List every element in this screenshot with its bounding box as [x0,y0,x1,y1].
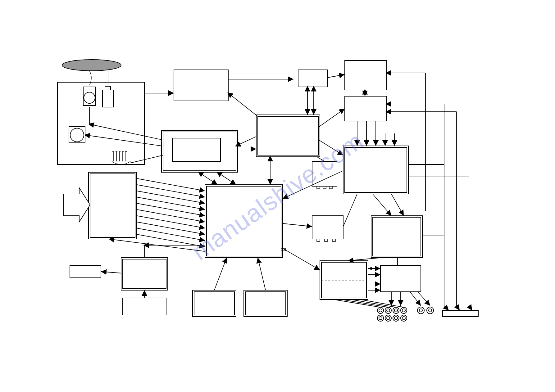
svg-line-68 [217,172,236,185]
svg-line-94 [101,272,121,273]
svg-point-36 [402,309,405,312]
svg-point-40 [387,317,390,320]
svg-rect-18 [207,186,281,256]
svg-point-43 [401,315,407,321]
svg-rect-23 [373,217,421,256]
svg-line-112 [444,306,449,310]
svg-rect-20 [317,239,320,241]
svg-rect-3 [105,86,111,90]
svg-rect-14 [317,186,320,189]
svg-point-31 [385,307,391,313]
block-i [320,261,368,300]
svg-point-29 [377,307,384,313]
svg-line-60 [318,140,343,155]
svg-rect-27 [321,262,366,298]
svg-rect-4 [69,127,85,143]
frame-top-left [57,82,144,164]
svg-rect-24 [123,259,166,289]
svg-line-88 [137,234,205,247]
svg-line-113 [457,306,460,310]
block-h2 [244,290,287,317]
svg-point-34 [394,309,398,312]
svg-line-96 [214,258,227,290]
svg-point-45 [417,307,424,314]
svg-point-42 [394,317,398,320]
left-bus-source [89,172,137,239]
svg-point-103 [370,268,372,269]
block-e [371,216,422,258]
block-small-top [298,70,328,87]
svg-line-61 [236,137,256,146]
block-b [256,115,320,157]
svg-line-80 [137,185,205,197]
svg-rect-2 [102,90,113,107]
svg-line-63 [85,135,161,146]
svg-line-82 [137,197,205,210]
svg-line-118 [328,74,345,78]
svg-rect-11 [163,132,236,171]
svg-line-115 [348,258,382,261]
svg-line-86 [137,222,205,234]
svg-line-90 [283,223,312,227]
svg-rect-12 [172,138,221,161]
svg-line-91 [343,194,357,227]
svg-line-83 [137,203,205,216]
block-a [174,70,228,101]
motor-icon [84,92,95,103]
block-top-right-2 [345,96,387,121]
svg-rect-1 [83,87,96,106]
disc-icon [62,60,121,71]
svg-point-47 [427,307,434,314]
svg-line-97 [258,258,266,290]
ic-block [312,161,337,186]
svg-rect-16 [329,186,332,189]
svg-point-41 [393,315,399,321]
input-arrow-icon [64,188,90,222]
svg-rect-21 [325,239,328,241]
svg-line-81 [137,191,205,203]
svg-point-35 [401,307,407,313]
svg-point-30 [379,309,382,312]
svg-point-37 [377,315,384,321]
block-diagram-svg [0,0,555,392]
svg-rect-22 [332,239,335,241]
svg-point-46 [419,309,422,312]
block-j [380,265,421,292]
svg-point-33 [393,307,399,313]
connector-jacks-icon [417,307,434,314]
block-c [161,130,238,172]
svg-line-51 [228,93,258,116]
svg-rect-15 [323,186,326,189]
svg-line-111 [418,292,430,306]
block-g [123,298,166,315]
svg-line-67 [199,172,217,185]
svg-line-85 [137,216,205,228]
svg-line-114 [469,306,472,310]
main-block [205,185,283,258]
connector-bar [443,310,478,317]
svg-point-44 [402,317,405,320]
svg-point-48 [429,309,432,312]
svg-rect-13 [345,147,407,192]
svg-line-84 [137,210,205,222]
connector-jacks-icon [377,307,407,321]
svg-line-59 [318,109,345,127]
motor-icon [70,128,84,142]
svg-line-79 [137,178,205,191]
svg-rect-10 [258,116,318,155]
block-h1 [193,290,236,317]
svg-line-110 [410,292,421,306]
svg-line-70 [317,157,325,161]
ic-block [312,216,343,239]
svg-line-71 [283,171,343,199]
svg-line-87 [137,228,205,241]
block-small-bottom-left [70,265,101,278]
svg-line-66 [130,155,163,163]
svg-point-32 [387,309,390,312]
svg-point-38 [379,317,382,320]
block-d [343,146,408,194]
svg-point-39 [385,315,391,321]
svg-line-73 [391,194,404,216]
block-f [121,258,168,290]
svg-rect-25 [194,292,234,315]
